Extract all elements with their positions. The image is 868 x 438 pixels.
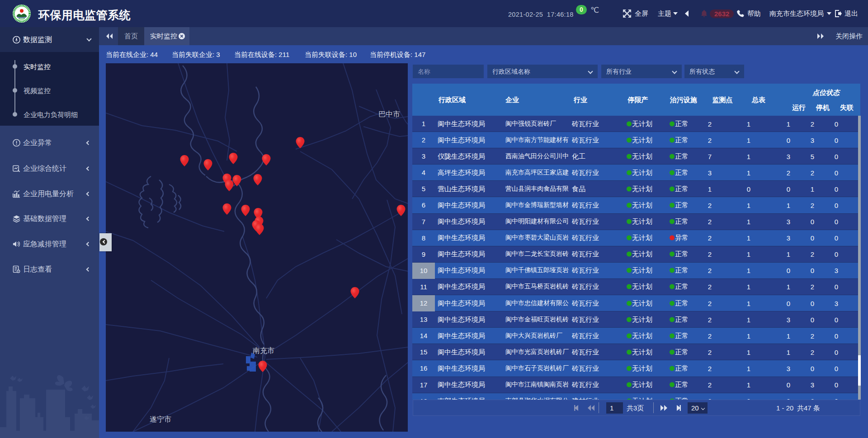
svg-text:巴中市: 巴中市	[378, 110, 400, 118]
svg-text:南充市: 南充市	[253, 347, 274, 354]
svg-text:遂宁市: 遂宁市	[150, 415, 171, 423]
